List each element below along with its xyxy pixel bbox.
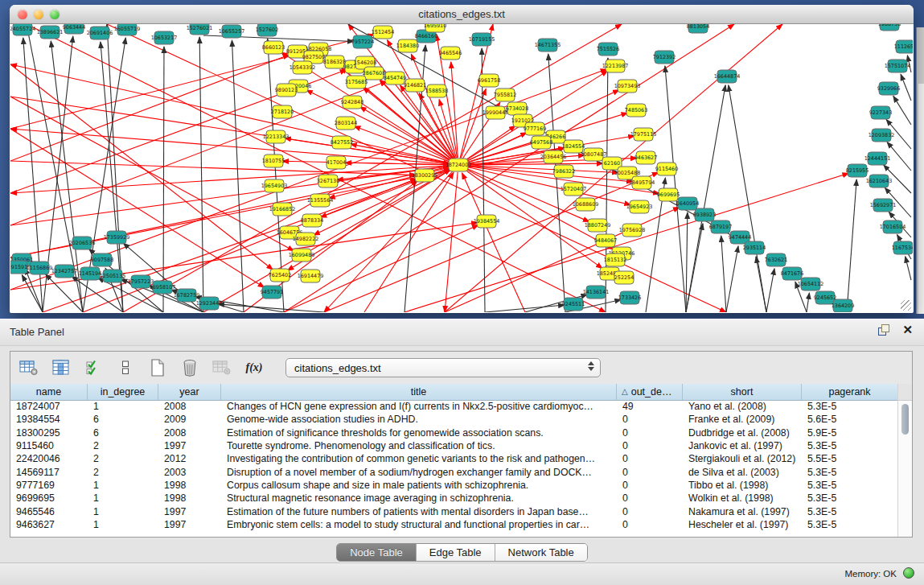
graph-node[interactable]: 18300295 bbox=[412, 169, 438, 182]
table-cell[interactable]: 2 bbox=[88, 467, 158, 478]
table-cell[interactable]: Yano et al. (2008) bbox=[683, 401, 802, 412]
graph-node[interactable]: 1527602 bbox=[256, 24, 278, 36]
table-cell[interactable]: 0 bbox=[617, 519, 683, 530]
table-cell[interactable]: Tourette syndrome. Phenomenology and cla… bbox=[221, 440, 617, 451]
graph-node[interactable]: 9457791 bbox=[261, 286, 283, 299]
graph-edge[interactable] bbox=[10, 64, 273, 270]
tab-edge-table[interactable]: Edge Table bbox=[417, 544, 495, 561]
table-cell[interactable]: 1997 bbox=[158, 519, 221, 530]
graph-node[interactable]: 10655257 bbox=[219, 25, 245, 38]
graph-node[interactable]: 20691406 bbox=[87, 27, 113, 39]
table-cell[interactable]: 5.3E-5 bbox=[802, 492, 898, 504]
table-row[interactable]: 1830029562008Estimation of significance … bbox=[10, 426, 898, 439]
table-row[interactable]: 911546021997Tourette syndrome. Phenomeno… bbox=[10, 439, 898, 452]
graph-node[interactable]: 16210643 bbox=[866, 175, 893, 187]
graph-node[interactable]: 18807249 bbox=[585, 219, 611, 232]
graph-node[interactable]: 1364209 bbox=[832, 299, 854, 312]
table-cell[interactable]: Corpus callosum shape and size in male p… bbox=[221, 480, 617, 491]
graph-node[interactable]: 12923448 bbox=[196, 297, 223, 310]
table-cell[interactable]: Structural magnetic resonance image aver… bbox=[221, 492, 617, 504]
table-row[interactable]: 977716911998Corpus callosum shape and si… bbox=[10, 479, 898, 492]
graph-node[interactable]: 7955812 bbox=[494, 89, 516, 101]
graph-node[interactable]: 8215955 bbox=[846, 164, 869, 177]
graph-node[interactable]: 18724007 bbox=[446, 159, 472, 171]
graph-node[interactable]: 10973493 bbox=[614, 80, 641, 93]
graph-node[interactable]: 16099489 bbox=[289, 249, 315, 262]
graph-node[interactable]: 9063444 bbox=[63, 24, 85, 34]
graph-edge[interactable] bbox=[22, 275, 43, 312]
table-cell[interactable]: 0 bbox=[617, 453, 683, 464]
column-header-outde[interactable]: △out_de… bbox=[617, 384, 683, 400]
graph-node[interactable]: 17016504 bbox=[880, 220, 906, 233]
graph-node[interactable]: 1733426 bbox=[618, 291, 641, 304]
graph-edge[interactable] bbox=[199, 37, 203, 312]
column-header-indegree[interactable]: in_degree bbox=[88, 384, 158, 400]
new-table-icon[interactable] bbox=[147, 358, 168, 377]
column-header-name[interactable]: name bbox=[10, 384, 88, 400]
graph-node[interactable]: 20206536 bbox=[69, 237, 96, 249]
table-cell[interactable]: 2 bbox=[88, 440, 158, 451]
table-cell[interactable]: de Silva et al. (2003) bbox=[683, 467, 802, 478]
table-cell[interactable]: Estimation of significance thresholds fo… bbox=[221, 427, 617, 439]
graph-edge[interactable] bbox=[729, 85, 766, 312]
table-cell[interactable]: 5.3E-5 bbox=[802, 480, 898, 491]
graph-node[interactable]: 9463627 bbox=[634, 151, 657, 164]
graph-node[interactable]: 11156869 bbox=[27, 262, 53, 274]
table-cell[interactable]: 0 bbox=[617, 427, 683, 439]
graph-node[interactable]: 252254 bbox=[614, 271, 634, 284]
table-cell[interactable]: 2012 bbox=[158, 453, 221, 464]
table-cell[interactable]: 1997 bbox=[158, 440, 221, 451]
table-header-row[interactable]: namein_degreeyeartitle△out_de…shortpager… bbox=[10, 384, 898, 401]
graph-node[interactable]: 7515526 bbox=[597, 43, 619, 56]
graph-node[interactable]: 7485063 bbox=[625, 104, 647, 117]
table-columns-icon[interactable] bbox=[51, 358, 72, 377]
table-row[interactable]: 1938455462009Genome-wide association stu… bbox=[10, 413, 898, 426]
graph-node[interactable]: 6497568 bbox=[530, 136, 552, 149]
table-cell[interactable]: 6 bbox=[88, 427, 158, 439]
graph-node[interactable]: 14136141 bbox=[583, 286, 610, 299]
graph-node[interactable]: 16914479 bbox=[298, 270, 324, 282]
table-cell[interactable]: Disruption of a novel member of a sodium… bbox=[221, 467, 617, 478]
graph-node[interactable]: 9329966 bbox=[877, 82, 900, 95]
graph-node[interactable]: 6734028 bbox=[506, 102, 528, 115]
graph-edge[interactable] bbox=[482, 48, 485, 312]
table-cell[interactable]: 0 bbox=[617, 492, 683, 504]
graph-node[interactable]: 8813054 bbox=[687, 24, 709, 33]
table-row[interactable]: 946362711997Embryonic stem cells: a mode… bbox=[10, 518, 898, 531]
graph-node[interactable]: 14982222 bbox=[293, 233, 319, 245]
network-canvas[interactable]: 2405572413896621906344420691406160557191… bbox=[10, 24, 913, 312]
table-cell[interactable]: Estimation of the future numbers of pati… bbox=[221, 506, 617, 517]
window-titlebar[interactable]: citations_edges.txt bbox=[10, 5, 914, 24]
graph-node[interactable]: 11355564 bbox=[307, 194, 334, 207]
table-row[interactable]: 946554611997Estimation of the future num… bbox=[10, 505, 898, 517]
graph-node[interactable]: 12213343 bbox=[263, 130, 290, 143]
graph-edge[interactable] bbox=[906, 257, 911, 280]
table-cell[interactable]: Genome-wide association studies in ADHD. bbox=[221, 414, 617, 425]
graph-node[interactable]: 2718120 bbox=[271, 105, 294, 118]
graph-node[interactable]: 18495794 bbox=[629, 176, 655, 189]
graph-node[interactable]: 17359929 bbox=[104, 231, 130, 244]
graph-node[interactable]: 9245511 bbox=[562, 298, 585, 311]
graph-edge[interactable] bbox=[83, 179, 417, 312]
table-cell[interactable]: 1998 bbox=[158, 480, 221, 491]
graph-node[interactable]: 3267130 bbox=[317, 175, 339, 187]
table-selector-dropdown[interactable]: citations_edges.txt bbox=[285, 358, 601, 377]
graph-node[interactable]: 1145194 bbox=[79, 267, 101, 280]
graph-node[interactable]: 10543392 bbox=[290, 61, 316, 74]
table-cell[interactable]: 18724007 bbox=[10, 401, 88, 412]
table-cell[interactable]: 9699695 bbox=[10, 492, 88, 504]
tab-network-table[interactable]: Network Table bbox=[495, 544, 587, 561]
table-cell[interactable]: 2009 bbox=[158, 414, 221, 425]
graph-node[interactable]: 2803144 bbox=[335, 117, 357, 130]
table-cell[interactable]: Stergiakouli et al. (2012) bbox=[683, 453, 802, 464]
graph-node[interactable]: 8938923 bbox=[693, 208, 716, 221]
graph-edge[interactable] bbox=[232, 40, 244, 312]
graph-edge[interactable] bbox=[686, 224, 703, 312]
graph-node[interactable]: 9097588 bbox=[91, 253, 113, 266]
table-cell[interactable]: 14569117 bbox=[10, 467, 88, 478]
table-cell[interactable]: Investigating the contribution of common… bbox=[221, 453, 617, 464]
graph-node[interactable]: 1184380 bbox=[396, 39, 419, 52]
graph-node[interactable]: 13896621 bbox=[37, 26, 64, 39]
table-cell[interactable]: 9115460 bbox=[10, 440, 88, 451]
table-cell[interactable]: 1998 bbox=[158, 492, 221, 504]
